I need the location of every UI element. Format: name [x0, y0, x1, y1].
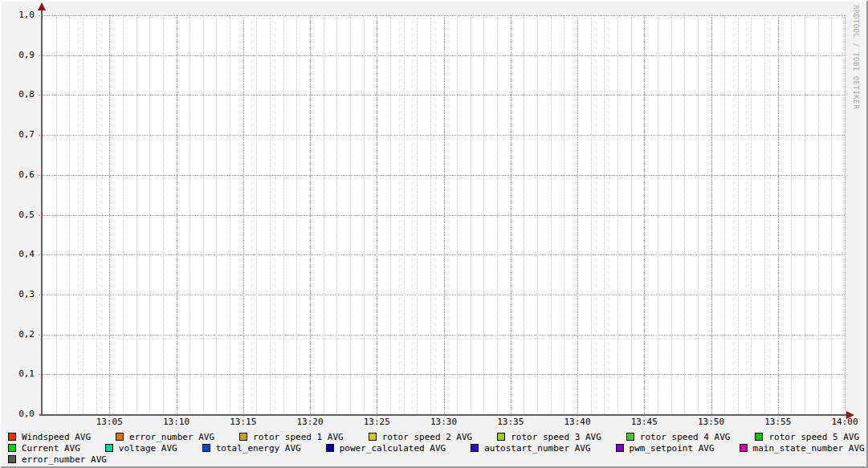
- v-gridline-minor: [56, 15, 57, 414]
- v-gridline-minor: [524, 15, 524, 414]
- v-gridline-minor: [818, 15, 819, 414]
- legend-item: total_energy AVG: [202, 443, 301, 454]
- legend-swatch-icon: [202, 444, 210, 452]
- v-gridline-minor: [96, 15, 97, 414]
- legend: Windspeed AVGerror_number AVGrotor speed…: [8, 431, 868, 465]
- legend-label: power_calculated AVG: [340, 443, 446, 454]
- v-gridline-major: [778, 15, 779, 417]
- v-gridline-minor: [336, 15, 337, 414]
- y-axis-labels: 1,00,90,80,70,60,50,40,30,20,10,0: [2, 15, 35, 414]
- legend-label: voltage AVG: [119, 443, 177, 454]
- legend-item: voltage AVG: [105, 443, 177, 454]
- y-tick-label: 0,7: [2, 129, 35, 140]
- v-gridline-minor: [189, 15, 190, 414]
- x-tick-label: 13:25: [359, 417, 394, 427]
- legend-swatch-icon: [105, 444, 113, 452]
- plot-area: [43, 15, 845, 414]
- legend-swatch-icon: [369, 433, 377, 441]
- legend-item: main_state_number AVG: [740, 443, 865, 454]
- v-gridline-major: [711, 15, 712, 417]
- legend-item: rotor speed 4 AVG: [626, 432, 731, 442]
- legend-label: Current AVG: [22, 443, 80, 454]
- v-gridline-minor: [564, 15, 564, 414]
- legend-label: error_number AVG: [22, 454, 107, 465]
- legend-item: power_calculated AVG: [326, 443, 446, 454]
- v-gridline-minor: [390, 15, 391, 414]
- legend-item: error_number AVG: [8, 454, 107, 465]
- v-gridline-minor: [831, 15, 832, 414]
- y-tick-label: 0,6: [2, 169, 35, 180]
- v-gridline-minor: [230, 15, 230, 414]
- v-gridline-minor: [270, 15, 271, 414]
- v-gridline-minor: [417, 15, 418, 414]
- v-gridline-minor: [283, 15, 284, 414]
- legend-row: Current AVGvoltage AVGtotal_energy AVGpo…: [8, 442, 868, 454]
- v-gridline-major: [644, 15, 645, 417]
- v-gridline-minor: [805, 15, 805, 414]
- x-tick-label: 13:15: [226, 417, 261, 427]
- x-axis-line: [39, 414, 847, 416]
- v-gridline-minor: [163, 15, 164, 414]
- legend-label: rotor speed 2 AVG: [382, 432, 473, 442]
- legend-label: rotor speed 4 AVG: [640, 432, 731, 442]
- v-gridline-minor: [724, 15, 725, 414]
- legend-swatch-icon: [616, 444, 624, 452]
- legend-swatch-icon: [626, 433, 634, 441]
- legend-label: total_energy AVG: [216, 443, 301, 454]
- v-gridline-minor: [497, 15, 498, 414]
- v-gridline-major: [177, 15, 177, 417]
- legend-row: Windspeed AVGerror_number AVGrotor speed…: [8, 431, 868, 442]
- legend-item: error_number AVG: [116, 432, 214, 442]
- legend-label: rotor speed 5 AVG: [768, 432, 859, 442]
- legend-item: autostart_number AVG: [471, 443, 590, 454]
- legend-swatch-icon: [326, 444, 334, 452]
- legend-label: error_number AVG: [129, 432, 214, 442]
- v-gridline-minor: [430, 15, 431, 414]
- y-tick-label: 0,5: [2, 210, 35, 220]
- x-tick-label: 13:50: [694, 417, 729, 427]
- legend-swatch-icon: [239, 433, 247, 441]
- v-gridline-minor: [698, 15, 699, 414]
- v-gridline-minor: [149, 15, 150, 414]
- rrdtool-graph: 1,00,90,80,70,60,50,40,30,20,10,0 13:051…: [0, 0, 868, 468]
- legend-swatch-icon: [8, 433, 16, 441]
- x-axis-arrow-icon: [846, 411, 854, 419]
- y-tick-label: 0,1: [2, 368, 35, 379]
- v-gridline-minor: [364, 15, 365, 414]
- v-gridline-minor: [324, 15, 324, 414]
- v-gridline-minor: [350, 15, 351, 414]
- legend-swatch-icon: [471, 444, 479, 452]
- x-tick-label: 13:10: [159, 417, 194, 427]
- v-gridline-minor: [256, 15, 257, 414]
- v-gridline-minor: [791, 15, 792, 414]
- v-gridline-minor: [591, 15, 592, 414]
- v-gridline-major: [377, 15, 377, 417]
- legend-label: rotor speed 1 AVG: [253, 432, 344, 442]
- v-gridline-minor: [83, 15, 84, 414]
- legend-item: rotor speed 3 AVG: [497, 432, 601, 442]
- v-gridline-major: [511, 15, 511, 417]
- v-gridline-minor: [764, 15, 765, 414]
- legend-row: error_number AVG: [8, 454, 868, 465]
- y-axis-arrow-icon: [38, 2, 46, 10]
- v-gridline-major: [444, 15, 445, 417]
- x-axis-labels: 13:0513:1013:1513:2013:2513:3013:3513:40…: [43, 417, 845, 428]
- x-tick-label: 13:55: [760, 417, 796, 427]
- v-gridline-minor: [216, 15, 217, 414]
- v-gridline-minor: [203, 15, 204, 414]
- v-gridline-minor: [658, 15, 658, 414]
- y-tick-label: 0,9: [2, 50, 35, 60]
- legend-swatch-icon: [116, 433, 124, 441]
- legend-swatch-icon: [8, 455, 16, 463]
- y-tick-label: 0,8: [2, 89, 35, 100]
- v-gridline-minor: [684, 15, 685, 414]
- watermark: RRDTOOL / TOBI OETIKER: [852, 5, 860, 109]
- y-tick-label: 0,4: [2, 249, 35, 259]
- legend-item: rotor speed 2 AVG: [369, 432, 473, 442]
- legend-item: Windspeed AVG: [8, 432, 91, 442]
- v-gridline-minor: [537, 15, 538, 414]
- v-gridline-minor: [738, 15, 739, 414]
- legend-swatch-icon: [497, 433, 505, 441]
- v-gridline-minor: [296, 15, 297, 414]
- y-axis-line: [41, 8, 43, 416]
